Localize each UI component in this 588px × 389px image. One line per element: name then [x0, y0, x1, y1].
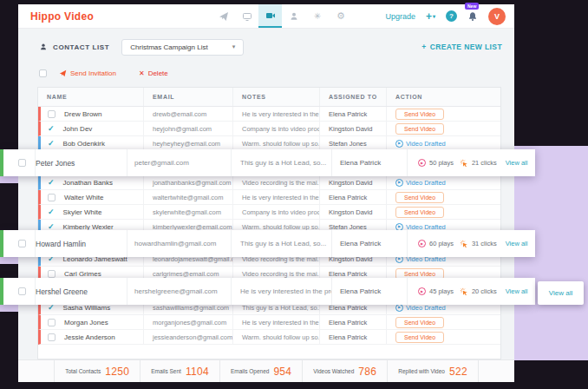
row-checkbox[interactable] [48, 319, 56, 326]
contact-email: heyjohn@gmail.com [153, 125, 212, 133]
integrations-icon[interactable]: ✳ [305, 4, 329, 28]
bell-icon [467, 11, 478, 22]
assigned-to: Elena Patrick [329, 270, 367, 278]
send-invitation-button[interactable]: Send Invitation [59, 69, 116, 77]
app-header: Hippo Video ✳ ⚙ Upgrade +▾ [18, 4, 514, 29]
view-all-tooltip[interactable]: View all [538, 281, 584, 305]
screen-icon[interactable] [235, 4, 258, 28]
asterisk-icon: ✳ [314, 11, 321, 21]
video-contacts-tab[interactable] [258, 4, 282, 28]
contact-email: peter@gmail.com [127, 149, 232, 176]
stat-value: 1104 [186, 366, 209, 378]
user-avatar[interactable]: V [488, 8, 506, 25]
send-video-button[interactable]: Send Video [395, 332, 444, 343]
expanded-contact-row[interactable]: Howard Hamlin howardhamlin@gmail.com Thi… [0, 230, 535, 257]
clicks-count: 20 clicks [472, 287, 497, 295]
row-checkbox[interactable] [48, 110, 56, 118]
engagement-stats: ▶ 50 plays 21 clicks View all [408, 149, 535, 176]
create-new-list-button[interactable]: + CREATE NEW LIST [421, 43, 502, 51]
send-video-button[interactable]: Send Video [395, 317, 444, 328]
contact-list-label: CONTACT LIST [53, 43, 109, 51]
contacts-table: NAME EMAIL NOTES ASSIGNED TO ACTION Drew… [37, 87, 501, 359]
column-header-action: ACTION [387, 88, 500, 106]
row-assigned-cell: Elena Patrick [320, 190, 387, 204]
play-circle-icon: ▶ [395, 140, 403, 148]
stat-label: Emails Sent [151, 368, 181, 374]
view-all-link[interactable]: View all [506, 287, 528, 295]
table-row[interactable]: Walter White waltertwhite@gmail.com He i… [38, 190, 500, 205]
assigned-to: Kingston David [329, 208, 372, 216]
clicks-metric: 21 clicks [460, 159, 497, 168]
send-video-button[interactable]: Send Video [395, 192, 444, 203]
send-campaign-icon[interactable] [212, 4, 235, 28]
row-assigned-cell: Elena Patrick [320, 330, 387, 344]
row-checkbox[interactable] [18, 287, 26, 295]
row-name-cell: ✓ John Dev [41, 122, 144, 135]
click-cursor-icon [460, 159, 468, 168]
quick-add-button[interactable]: +▾ [426, 10, 435, 23]
send-invitation-label: Send Invitation [70, 69, 116, 77]
table-body: Drew Brown drewb@email.com He is very in… [38, 107, 500, 345]
stat-value: 522 [449, 366, 467, 378]
hippo-video-logo[interactable]: Hippo Video [30, 10, 94, 23]
delete-button[interactable]: ✕ Delete [139, 69, 168, 77]
select-all-checkbox[interactable] [39, 69, 47, 77]
row-checkbox[interactable]: ✓ [48, 125, 55, 133]
assigned-to: Stefan Jones [329, 140, 367, 148]
table-row[interactable]: ✓ Jonathan Banks jonathanbanks@gmail.com… [38, 175, 500, 190]
table-row[interactable]: ✓ John Dev heyjohn@gmail.com Company is … [38, 122, 500, 136]
help-button[interactable]: ? [446, 10, 457, 22]
plus-icon: + [421, 43, 426, 51]
contact-notes: This guy is a Hot Lead, so... [232, 230, 332, 257]
contacts-icon[interactable] [282, 4, 305, 28]
row-checkbox[interactable] [18, 159, 26, 167]
table-row[interactable]: Jessie Anderson jessieanderson@gmail.com… [38, 330, 500, 345]
clicks-metric: 31 clicks [460, 240, 497, 248]
video-drafted-status[interactable]: ▶Video Drafted [395, 140, 446, 148]
expanded-contact-row[interactable]: Hershel Greene hershelgreene@gmail.com H… [0, 278, 535, 305]
row-checkbox[interactable]: ✓ [48, 179, 55, 187]
table-row[interactable]: Morgan Jones morganjones@gmail.com He is… [38, 315, 500, 330]
close-icon: ✕ [139, 69, 145, 77]
stats-footer: Total Contacts 1250 Emails Sent 1104 Ema… [18, 359, 514, 382]
row-email-cell: heyheyhey@email.com [144, 136, 233, 150]
upgrade-link[interactable]: Upgrade [385, 12, 415, 21]
table-row[interactable]: Drew Brown drewb@email.com He is very in… [38, 107, 500, 122]
send-video-button[interactable]: Send Video [395, 207, 444, 218]
row-checkbox[interactable] [48, 194, 56, 201]
row-checkbox[interactable]: ✓ [48, 208, 55, 216]
row-notes-cell: Company is into video produ... [233, 205, 320, 219]
contact-notes: Warm. should follow up so... [242, 333, 320, 341]
bulk-actions-toolbar: Send Invitation ✕ Delete [18, 65, 514, 81]
video-drafted-status[interactable]: ▶Video Drafted [395, 179, 446, 187]
assigned-to: Elena Patrick [329, 319, 367, 326]
notifications-button[interactable]: New [467, 11, 478, 22]
row-checkbox[interactable] [18, 240, 26, 247]
row-checkbox[interactable] [48, 270, 56, 278]
contact-email: jessieanderson@gmail.com [153, 333, 232, 341]
table-row[interactable]: ✓ Skyler White skylerwhite@gmail.com Com… [38, 205, 500, 220]
gear-icon: ⚙ [336, 10, 345, 22]
account-area: Upgrade +▾ ? New V [385, 8, 506, 25]
send-video-button[interactable]: Send Video [395, 123, 444, 135]
list-selector-dropdown[interactable]: Christmas Campaign List ▾ [121, 39, 244, 56]
row-checkbox[interactable]: ✓ [48, 140, 55, 148]
view-all-link[interactable]: View all [506, 159, 528, 167]
contact-email: heyheyhey@email.com [153, 140, 220, 148]
assigned-to: Elena Patrick [329, 194, 367, 201]
contact-name: Walter White [64, 194, 104, 201]
expanded-contact-row[interactable]: Peter Jones peter@gmail.com This guy is … [0, 149, 535, 176]
footer-stat: Emails Sent 1104 [140, 360, 219, 382]
row-notes-cell: He is very interested in the prod... [233, 315, 320, 329]
contact-email: morganjones@gmail.com [153, 319, 226, 326]
settings-icon[interactable]: ⚙ [329, 4, 352, 28]
row-email-cell: drewb@email.com [144, 107, 233, 121]
row-checkbox[interactable] [48, 333, 56, 341]
engagement-stats: ▶ 60 plays 31 clicks View all [408, 230, 535, 257]
paper-plane-icon [59, 69, 67, 77]
plays-metric: ▶ 50 plays [418, 159, 454, 167]
send-video-button[interactable]: Send Video [395, 109, 444, 120]
stat-value: 1250 [105, 366, 129, 378]
view-all-link[interactable]: View all [506, 240, 528, 247]
contact-name: Hershel Greene [36, 278, 127, 305]
